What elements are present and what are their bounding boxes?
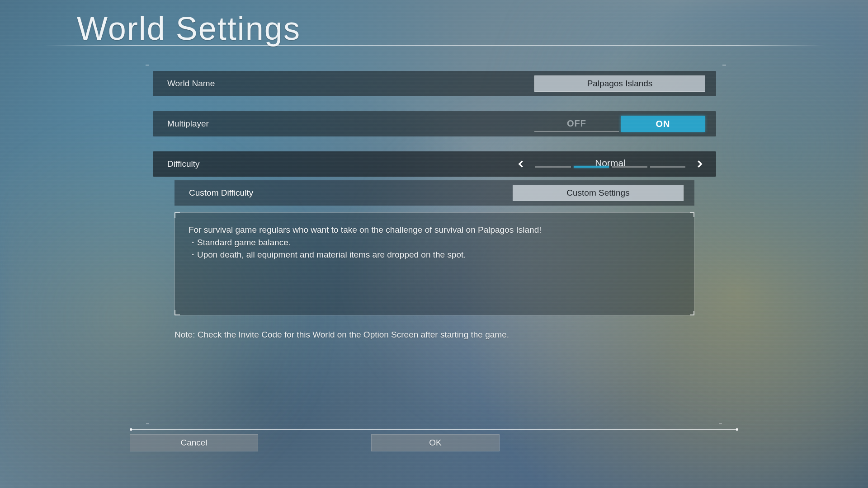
description-line: ・Standard game balance.	[189, 236, 680, 249]
footer-divider: Cancel OK	[130, 429, 738, 430]
row-multiplayer: Multiplayer OFF ON	[153, 111, 716, 136]
difficulty-description: For survival game regulars who want to t…	[175, 212, 694, 315]
multiplayer-label: Multiplayer	[167, 119, 209, 129]
difficulty-selector: Normal	[515, 158, 705, 170]
multiplayer-off-button[interactable]: OFF	[534, 116, 619, 132]
chevron-left-icon	[517, 160, 526, 169]
difficulty-value: Normal	[527, 158, 693, 170]
difficulty-prev-button[interactable]	[515, 158, 527, 170]
invite-code-note: Note: Check the Invite Code for this Wor…	[175, 330, 509, 340]
difficulty-tick	[535, 166, 571, 168]
world-name-input[interactable]: Palpagos Islands	[534, 75, 705, 92]
decorative-tick	[722, 65, 726, 66]
row-difficulty: Difficulty Normal	[153, 151, 716, 177]
description-line: For survival game regulars who want to t…	[189, 224, 680, 236]
decorative-tick	[719, 423, 722, 424]
custom-difficulty-label: Custom Difficulty	[189, 188, 253, 198]
difficulty-tick	[612, 166, 647, 168]
row-world-name: World Name Palpagos Islands	[153, 71, 716, 96]
difficulty-label: Difficulty	[167, 159, 199, 169]
decorative-tick	[146, 423, 149, 424]
decorative-corner	[690, 212, 694, 217]
description-line: ・Upon death, all equipment and material …	[189, 249, 680, 261]
difficulty-tick	[650, 166, 686, 168]
world-name-label: World Name	[167, 79, 215, 89]
page-title: World Settings	[77, 10, 301, 47]
multiplayer-on-button[interactable]: ON	[621, 116, 705, 132]
decorative-corner	[690, 311, 694, 315]
custom-settings-button[interactable]: Custom Settings	[513, 185, 684, 201]
multiplayer-toggle: OFF ON	[534, 116, 705, 132]
cancel-button[interactable]: Cancel	[130, 434, 258, 451]
difficulty-tick	[574, 166, 609, 168]
chevron-right-icon	[695, 160, 704, 169]
difficulty-next-button[interactable]	[693, 158, 705, 170]
difficulty-ticks	[535, 166, 685, 168]
title-underline	[0, 45, 868, 46]
ok-button[interactable]: OK	[371, 434, 500, 451]
row-custom-difficulty: Custom Difficulty Custom Settings	[175, 180, 694, 206]
decorative-tick	[146, 65, 149, 66]
